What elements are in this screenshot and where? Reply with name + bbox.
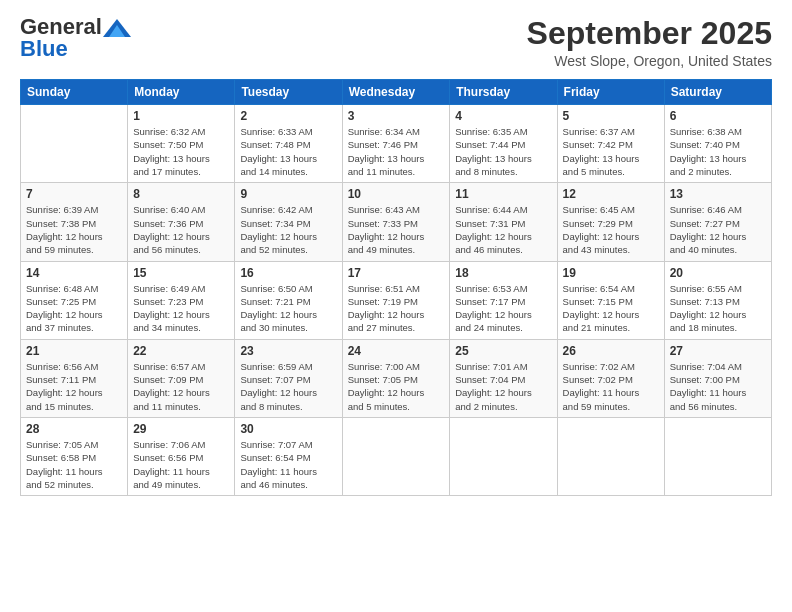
calendar-week-4: 21Sunrise: 6:56 AMSunset: 7:11 PMDayligh… [21,339,772,417]
calendar-cell: 10Sunrise: 6:43 AMSunset: 7:33 PMDayligh… [342,183,450,261]
calendar-cell: 20Sunrise: 6:55 AMSunset: 7:13 PMDayligh… [664,261,771,339]
day-number: 3 [348,109,445,123]
calendar-cell [557,417,664,495]
day-number: 18 [455,266,551,280]
calendar-cell: 17Sunrise: 6:51 AMSunset: 7:19 PMDayligh… [342,261,450,339]
day-number: 2 [240,109,336,123]
calendar-cell: 8Sunrise: 6:40 AMSunset: 7:36 PMDaylight… [128,183,235,261]
day-number: 8 [133,187,229,201]
calendar-table: Sunday Monday Tuesday Wednesday Thursday… [20,79,772,496]
calendar-cell: 12Sunrise: 6:45 AMSunset: 7:29 PMDayligh… [557,183,664,261]
day-number: 17 [348,266,445,280]
calendar-cell: 5Sunrise: 6:37 AMSunset: 7:42 PMDaylight… [557,105,664,183]
calendar-cell [21,105,128,183]
day-info: Sunrise: 6:46 AMSunset: 7:27 PMDaylight:… [670,203,766,256]
calendar-cell: 4Sunrise: 6:35 AMSunset: 7:44 PMDaylight… [450,105,557,183]
day-info: Sunrise: 6:56 AMSunset: 7:11 PMDaylight:… [26,360,122,413]
day-info: Sunrise: 6:37 AMSunset: 7:42 PMDaylight:… [563,125,659,178]
day-info: Sunrise: 6:54 AMSunset: 7:15 PMDaylight:… [563,282,659,335]
day-info: Sunrise: 6:34 AMSunset: 7:46 PMDaylight:… [348,125,445,178]
day-info: Sunrise: 6:38 AMSunset: 7:40 PMDaylight:… [670,125,766,178]
day-number: 23 [240,344,336,358]
logo-icon [103,19,131,37]
day-number: 11 [455,187,551,201]
day-info: Sunrise: 6:57 AMSunset: 7:09 PMDaylight:… [133,360,229,413]
logo-blue: Blue [20,36,68,61]
col-tuesday: Tuesday [235,80,342,105]
calendar-week-5: 28Sunrise: 7:05 AMSunset: 6:58 PMDayligh… [21,417,772,495]
calendar-cell: 25Sunrise: 7:01 AMSunset: 7:04 PMDayligh… [450,339,557,417]
day-number: 6 [670,109,766,123]
day-number: 20 [670,266,766,280]
calendar-page: General Blue September 2025 West Slope, … [0,0,792,612]
day-number: 9 [240,187,336,201]
day-number: 1 [133,109,229,123]
col-sunday: Sunday [21,80,128,105]
day-info: Sunrise: 7:01 AMSunset: 7:04 PMDaylight:… [455,360,551,413]
day-number: 4 [455,109,551,123]
col-monday: Monday [128,80,235,105]
logo-label: General [20,16,131,38]
calendar-cell: 15Sunrise: 6:49 AMSunset: 7:23 PMDayligh… [128,261,235,339]
title-block: September 2025 West Slope, Oregon, Unite… [527,16,772,69]
calendar-cell: 27Sunrise: 7:04 AMSunset: 7:00 PMDayligh… [664,339,771,417]
calendar-cell: 30Sunrise: 7:07 AMSunset: 6:54 PMDayligh… [235,417,342,495]
calendar-cell: 26Sunrise: 7:02 AMSunset: 7:02 PMDayligh… [557,339,664,417]
day-number: 25 [455,344,551,358]
day-info: Sunrise: 6:51 AMSunset: 7:19 PMDaylight:… [348,282,445,335]
calendar-cell: 11Sunrise: 6:44 AMSunset: 7:31 PMDayligh… [450,183,557,261]
calendar-cell: 6Sunrise: 6:38 AMSunset: 7:40 PMDaylight… [664,105,771,183]
calendar-week-1: 1Sunrise: 6:32 AMSunset: 7:50 PMDaylight… [21,105,772,183]
day-number: 30 [240,422,336,436]
day-info: Sunrise: 6:48 AMSunset: 7:25 PMDaylight:… [26,282,122,335]
calendar-cell: 3Sunrise: 6:34 AMSunset: 7:46 PMDaylight… [342,105,450,183]
calendar-cell: 24Sunrise: 7:00 AMSunset: 7:05 PMDayligh… [342,339,450,417]
day-number: 16 [240,266,336,280]
day-number: 27 [670,344,766,358]
day-number: 24 [348,344,445,358]
day-info: Sunrise: 6:43 AMSunset: 7:33 PMDaylight:… [348,203,445,256]
day-number: 19 [563,266,659,280]
calendar-week-3: 14Sunrise: 6:48 AMSunset: 7:25 PMDayligh… [21,261,772,339]
col-thursday: Thursday [450,80,557,105]
day-info: Sunrise: 6:35 AMSunset: 7:44 PMDaylight:… [455,125,551,178]
day-info: Sunrise: 6:50 AMSunset: 7:21 PMDaylight:… [240,282,336,335]
day-info: Sunrise: 7:05 AMSunset: 6:58 PMDaylight:… [26,438,122,491]
calendar-cell: 14Sunrise: 6:48 AMSunset: 7:25 PMDayligh… [21,261,128,339]
day-info: Sunrise: 6:55 AMSunset: 7:13 PMDaylight:… [670,282,766,335]
day-info: Sunrise: 6:53 AMSunset: 7:17 PMDaylight:… [455,282,551,335]
col-friday: Friday [557,80,664,105]
calendar-header-row: Sunday Monday Tuesday Wednesday Thursday… [21,80,772,105]
day-info: Sunrise: 6:32 AMSunset: 7:50 PMDaylight:… [133,125,229,178]
calendar-cell [450,417,557,495]
calendar-cell: 16Sunrise: 6:50 AMSunset: 7:21 PMDayligh… [235,261,342,339]
month-title: September 2025 [527,16,772,51]
day-info: Sunrise: 7:04 AMSunset: 7:00 PMDaylight:… [670,360,766,413]
day-info: Sunrise: 7:06 AMSunset: 6:56 PMDaylight:… [133,438,229,491]
day-info: Sunrise: 7:07 AMSunset: 6:54 PMDaylight:… [240,438,336,491]
day-number: 12 [563,187,659,201]
calendar-cell [664,417,771,495]
day-number: 10 [348,187,445,201]
calendar-cell [342,417,450,495]
calendar-cell: 7Sunrise: 6:39 AMSunset: 7:38 PMDaylight… [21,183,128,261]
day-number: 7 [26,187,122,201]
day-info: Sunrise: 6:40 AMSunset: 7:36 PMDaylight:… [133,203,229,256]
calendar-cell: 29Sunrise: 7:06 AMSunset: 6:56 PMDayligh… [128,417,235,495]
day-info: Sunrise: 7:02 AMSunset: 7:02 PMDaylight:… [563,360,659,413]
calendar-cell: 1Sunrise: 6:32 AMSunset: 7:50 PMDaylight… [128,105,235,183]
calendar-cell: 9Sunrise: 6:42 AMSunset: 7:34 PMDaylight… [235,183,342,261]
day-number: 29 [133,422,229,436]
day-info: Sunrise: 6:39 AMSunset: 7:38 PMDaylight:… [26,203,122,256]
day-number: 15 [133,266,229,280]
day-number: 5 [563,109,659,123]
day-number: 28 [26,422,122,436]
calendar-cell: 18Sunrise: 6:53 AMSunset: 7:17 PMDayligh… [450,261,557,339]
col-wednesday: Wednesday [342,80,450,105]
calendar-cell: 22Sunrise: 6:57 AMSunset: 7:09 PMDayligh… [128,339,235,417]
calendar-cell: 19Sunrise: 6:54 AMSunset: 7:15 PMDayligh… [557,261,664,339]
logo: General Blue [20,16,131,60]
day-info: Sunrise: 6:42 AMSunset: 7:34 PMDaylight:… [240,203,336,256]
day-number: 22 [133,344,229,358]
calendar-cell: 28Sunrise: 7:05 AMSunset: 6:58 PMDayligh… [21,417,128,495]
